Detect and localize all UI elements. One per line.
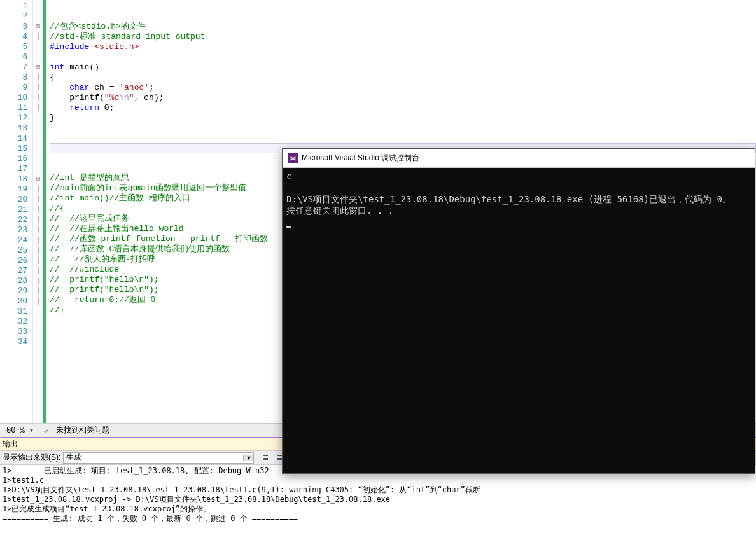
issues-text[interactable]: 未找到相关问题 xyxy=(56,425,109,436)
debug-console-window[interactable]: ⋈ Microsoft Visual Studio 调试控制台 c D:\VS项… xyxy=(282,148,755,474)
output-source-label: 显示输出来源(S): xyxy=(3,452,60,463)
check-icon xyxy=(45,426,53,435)
output-source-value: 生成 xyxy=(66,452,81,463)
output-source-select[interactable]: 生成 ▼ xyxy=(63,452,254,464)
zoom-dropdown-icon[interactable]: ▼ xyxy=(29,427,34,434)
cursor xyxy=(286,226,291,228)
line-number-gutter: 1234567891011121314151617181920212223242… xyxy=(0,0,33,423)
zoom-level[interactable]: 00 % xyxy=(3,426,29,435)
toolbar-icon[interactable]: ≣ xyxy=(259,452,272,464)
vs-icon: ⋈ xyxy=(288,153,298,163)
chevron-down-icon: ▼ xyxy=(243,455,253,461)
output-text[interactable]: 1>------ 已启动生成: 项目: test_1_23.08.18, 配置:… xyxy=(0,465,756,525)
console-body[interactable]: c D:\VS项目文件夹\test_1_23.08.18\Debug\test_… xyxy=(283,168,755,473)
fold-column[interactable]: ⊟│⊟││││⊟││││││││││││ xyxy=(33,0,43,423)
console-title-text: Microsoft Visual Studio 调试控制台 xyxy=(302,153,419,163)
console-titlebar[interactable]: ⋈ Microsoft Visual Studio 调试控制台 xyxy=(283,149,755,168)
output-tab-label: 输出 xyxy=(3,439,18,450)
